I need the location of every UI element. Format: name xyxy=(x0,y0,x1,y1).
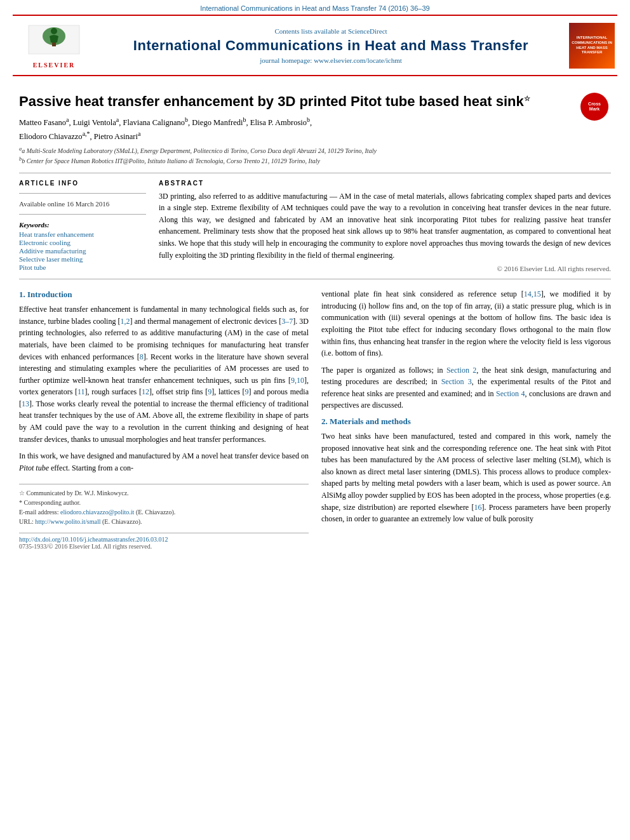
svg-point-3 xyxy=(51,28,57,34)
abstract-text: 3D printing, also referred to as additiv… xyxy=(159,190,611,262)
keyword-3: Additive manufacturing xyxy=(19,247,146,255)
main-content-columns: 1. Introduction Effective heat transfer … xyxy=(19,288,611,550)
paper-body: Passive heat transfer enhancement by 3D … xyxy=(0,76,630,563)
intro-paragraph-right-2: The paper is organized as follows; in Se… xyxy=(321,364,611,411)
materials-paragraph-1: Two heat sinks have been manufactured, t… xyxy=(321,430,611,525)
crossmark-badge: CrossMark xyxy=(580,93,611,123)
footnote-email: E-mail address: eliodoro.chiavazzo@polit… xyxy=(19,507,309,517)
affiliations: aa Multi-Scale Modeling Laboratory (SMaL… xyxy=(19,145,611,166)
footnote-url: URL: http://www.polito.it/small (E. Chia… xyxy=(19,517,309,526)
keyword-1: Heat transfer enhancement xyxy=(19,230,146,238)
paper-title: Passive heat transfer enhancement by 3D … xyxy=(19,93,611,111)
footnote-url-link[interactable]: http://www.polito.it/small xyxy=(35,518,100,525)
journal-thumb-image: INTERNATIONAL COMMUNICATIONS IN HEAT AND… xyxy=(569,23,615,69)
elsevier-logo-svg xyxy=(25,22,83,60)
star-note: ☆ xyxy=(524,95,530,102)
doi-line: http://dx.doi.org/10.1016/j.icheatmasstr… xyxy=(19,533,309,543)
footnote-email-address[interactable]: eliodoro.chiavazzo@polito.it xyxy=(60,509,134,516)
keyword-4: Selective laser melting xyxy=(19,255,146,263)
header-center: Contents lists available at ScienceDirec… xyxy=(95,20,566,71)
divider-1 xyxy=(19,173,611,173)
divider-info xyxy=(19,193,146,194)
keyword-2: Electronic cooling xyxy=(19,239,146,246)
intro-paragraph-1: Effective heat transfer enhancement is f… xyxy=(19,303,309,445)
homepage-url[interactable]: www.elsevier.com/locate/ichmt xyxy=(314,57,402,64)
crossmark-icon: CrossMark xyxy=(580,93,608,121)
footnote-star: ☆ Communicated by Dr. W.J. Minkowycz. xyxy=(19,488,309,498)
sciencedirect-link[interactable]: ScienceDirect xyxy=(348,27,387,35)
elsevier-logo-area: ELSEVIER xyxy=(13,20,95,71)
keywords-label: Keywords: xyxy=(19,221,146,229)
copyright-line: © 2016 Elsevier Ltd. All rights reserved… xyxy=(159,265,611,272)
introduction-title: 1. Introduction xyxy=(19,290,309,300)
abstract-heading: ABSTRACT xyxy=(159,180,611,187)
column-left: 1. Introduction Effective heat transfer … xyxy=(19,288,309,550)
article-info-box: ARTICLE INFO Available online 16 March 2… xyxy=(19,180,146,273)
homepage-line: journal homepage: www.elsevier.com/locat… xyxy=(260,57,402,64)
column-right: ventional plate fin heat sink considered… xyxy=(321,288,611,550)
available-online: Available online 16 March 2016 xyxy=(19,200,146,208)
journal-header-box: ELSEVIER Contents lists available at Sci… xyxy=(13,15,617,76)
divider-kw xyxy=(19,214,146,215)
intro-paragraph-right-1: ventional plate fin heat sink considered… xyxy=(321,288,611,359)
journal-citation: International Communications in Heat and… xyxy=(0,0,630,15)
footnote-corresponding: * Corresponding author. xyxy=(19,498,309,507)
materials-title: 2. Materials and methods xyxy=(321,417,611,427)
authors-line: Matteo Fasanoa, Luigi Ventolaa, Flaviana… xyxy=(19,115,611,143)
issn-line: 0735-1933/© 2016 Elsevier Ltd. All right… xyxy=(19,543,309,550)
journal-thumbnail: INTERNATIONAL COMMUNICATIONS IN HEAT AND… xyxy=(566,20,617,71)
contents-available-line: Contents lists available at ScienceDirec… xyxy=(274,27,387,35)
abstract-box: ABSTRACT 3D printing, also referred to a… xyxy=(159,180,611,273)
title-area: Passive heat transfer enhancement by 3D … xyxy=(19,93,611,111)
divider-main xyxy=(19,279,611,279)
doi-link[interactable]: http://dx.doi.org/10.1016/j.icheatmasstr… xyxy=(19,536,168,543)
info-abstract-row: ARTICLE INFO Available online 16 March 2… xyxy=(19,180,611,273)
journal-title: International Communications in Heat and… xyxy=(133,37,528,54)
article-info-heading: ARTICLE INFO xyxy=(19,180,146,187)
intro-paragraph-2: In this work, we have designed and manuf… xyxy=(19,450,309,474)
keyword-5: Pitot tube xyxy=(19,263,146,271)
elsevier-text: ELSEVIER xyxy=(33,62,76,69)
footnote-area: ☆ Communicated by Dr. W.J. Minkowycz. * … xyxy=(19,484,309,526)
